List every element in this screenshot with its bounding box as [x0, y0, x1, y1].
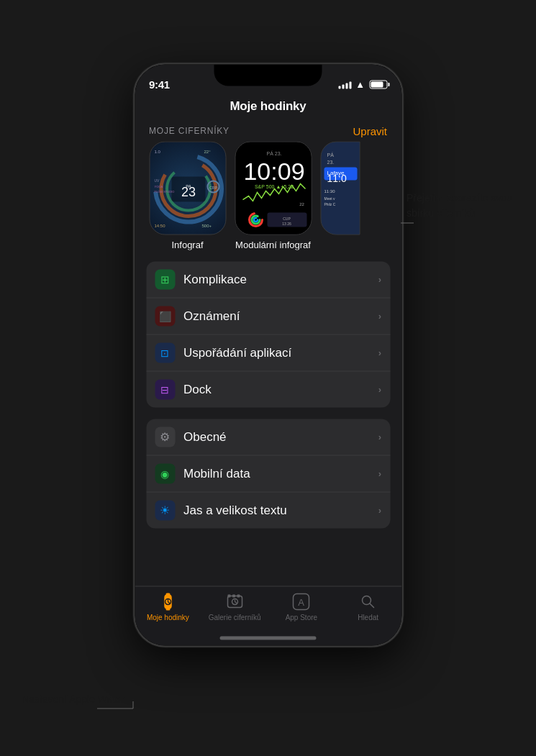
watch-face-infograf-image[interactable]: PA 23 1.0 22° 14:50 500+ UV YOGA FLOW [149, 141, 226, 234]
page-header: Moje hodinky [135, 96, 401, 119]
watch-face-modular-label: Modulární infograf [235, 239, 311, 250]
svg-text:CRP: CRP [209, 185, 217, 189]
tab-hledat[interactable]: Hledat [335, 592, 401, 621]
svg-text:PÁ: PÁ [327, 151, 334, 157]
svg-line-50 [235, 601, 236, 603]
usporadani-icon: ⊡ [155, 342, 175, 363]
svg-rect-40 [165, 608, 170, 610]
svg-line-54 [370, 604, 374, 608]
tab-hledat-icon [359, 592, 378, 611]
home-indicator [220, 636, 317, 639]
tab-galerie-icon [225, 592, 244, 611]
menu-label-komplikace: Komplikace [183, 272, 378, 286]
svg-text:500+: 500+ [201, 223, 212, 227]
tab-app-store[interactable]: A App Store [268, 592, 335, 621]
svg-text:1.0: 1.0 [154, 149, 160, 153]
menu-item-oznameni[interactable]: ⬛ Oznámení › [146, 298, 390, 334]
svg-text:UV: UV [154, 178, 160, 182]
svg-text:10:09: 10:09 [243, 157, 304, 184]
svg-text:11:30: 11:30 [324, 188, 335, 193]
menu-label-oznameni: Oznámení [183, 309, 378, 323]
menu-label-usporadani: Uspořádání aplikací [183, 345, 378, 360]
svg-text:CUP: CUP [283, 216, 291, 220]
svg-text:Meet v: Meet v [324, 196, 335, 200]
oznameni-icon: ⬛ [155, 306, 175, 326]
svg-text:23: 23 [181, 184, 195, 199]
tab-hledat-label: Hledat [358, 613, 378, 621]
tab-bar: Moje hodinky Galerie ciferníků [135, 586, 401, 645]
watch-faces-section-header: MOJE CIFERNÍKY Upravit [135, 119, 401, 141]
watch-face-partial-image[interactable]: PÁ 23. Lafaye 11:0 11:30 Meet v Philz C [320, 141, 360, 234]
svg-text:FLOW STUDIO: FLOW STUDIO [154, 189, 174, 193]
svg-text:23.: 23. [327, 159, 334, 164]
watch-face-infograf[interactable]: PA 23 1.0 22° 14:50 500+ UV YOGA FLOW [149, 141, 226, 250]
obecne-icon: ⚙ [155, 427, 175, 447]
menu-section-2: ⚙ Obecné › ◉ Mobilní data › ☀ Jas a [146, 419, 390, 528]
watch-face-modular[interactable]: PÁ 23. 10:09 S&P 500 ▲+5,22 [235, 141, 312, 250]
menu-label-obecne: Obecné [183, 429, 378, 444]
jas-icon: ☀ [155, 500, 175, 520]
mobilni-icon: ◉ [155, 463, 175, 483]
svg-text:13  26: 13 26 [282, 221, 291, 225]
tab-app-store-label: App Store [286, 613, 317, 621]
tab-galerie-label: Galerie ciferníků [209, 613, 261, 621]
scroll-content[interactable]: MOJE CIFERNÍKY Upravit [135, 119, 401, 621]
menu-item-obecne[interactable]: ⚙ Obecné › [146, 419, 390, 455]
svg-rect-39 [165, 593, 170, 595]
svg-text:YOGA: YOGA [154, 184, 163, 188]
svg-text:PÁ 23.: PÁ 23. [266, 150, 281, 155]
chevron-icon-usporadani: › [378, 347, 381, 358]
signal-bars-icon [338, 80, 351, 88]
notch [214, 64, 322, 86]
edit-button[interactable]: Upravit [353, 124, 387, 137]
svg-rect-47 [237, 594, 240, 597]
komplikace-icon: ⊞ [155, 269, 175, 289]
callout-bottom: Nastavení Apple Watch [22, 692, 151, 707]
tab-moje-hodinky[interactable]: Moje hodinky [135, 592, 201, 621]
menu-label-jas: Jas a velikost textu [183, 503, 378, 517]
status-time: 9:41 [149, 78, 170, 91]
chevron-icon-dock: › [378, 384, 381, 395]
tab-moje-hodinky-icon [158, 592, 177, 611]
menu-item-jas[interactable]: ☀ Jas a velikost textu › [146, 492, 390, 528]
tab-moje-hodinky-label: Moje hodinky [147, 613, 189, 621]
svg-text:11:0: 11:0 [327, 172, 346, 183]
tab-app-store-icon: A [292, 592, 311, 611]
watch-face-infograf-label: Infograf [171, 239, 203, 250]
chevron-icon-jas: › [378, 505, 381, 516]
menu-item-komplikace[interactable]: ⊞ Komplikace › [146, 261, 390, 298]
menu-label-dock: Dock [183, 382, 378, 396]
svg-text:22: 22 [299, 201, 304, 206]
watch-face-modular-image[interactable]: PÁ 23. 10:09 S&P 500 ▲+5,22 [235, 141, 312, 234]
chevron-icon-obecne: › [378, 432, 381, 442]
menu-label-mobilni: Mobilní data [183, 466, 378, 481]
chevron-icon-komplikace: › [378, 274, 381, 285]
menu-item-usporadani[interactable]: ⊡ Uspořádání aplikací › [146, 334, 390, 371]
section-label-faces: MOJE CIFERNÍKY [149, 126, 230, 136]
phone-frame: 9:41 ▲ Moje hodinky MOJE C [133, 63, 403, 647]
menu-item-dock[interactable]: ⊟ Dock › [146, 371, 390, 407]
page-title: Moje hodinky [230, 99, 306, 112]
wifi-icon: ▲ [355, 79, 365, 90]
watch-face-partial[interactable]: PÁ 23. Lafaye 11:0 11:30 Meet v Philz C [320, 141, 360, 250]
svg-text:14:50: 14:50 [154, 223, 165, 227]
phone-screen: 9:41 ▲ Moje hodinky MOJE C [135, 64, 401, 645]
svg-rect-45 [227, 594, 230, 597]
svg-text:22°: 22° [204, 149, 211, 153]
menu-section-1: ⊞ Komplikace › ⬛ Oznámení › ⊡ Uspoř [146, 261, 390, 407]
dock-icon: ⊟ [155, 379, 175, 399]
callout-right: Přejetím zobrazíte svou sbírku ciferníků [406, 191, 522, 221]
status-icons: ▲ [338, 79, 387, 90]
chevron-icon-mobilni: › [378, 468, 381, 479]
battery-icon [369, 80, 387, 88]
chevron-icon-oznameni: › [378, 311, 381, 322]
tab-galerie[interactable]: Galerie ciferníků [201, 592, 268, 621]
svg-text:Philz C: Philz C [324, 201, 335, 206]
watch-faces-row[interactable]: PA 23 1.0 22° 14:50 500+ UV YOGA FLOW [135, 141, 401, 250]
svg-rect-46 [232, 594, 235, 597]
svg-text:A: A [299, 596, 305, 607]
menu-item-mobilni[interactable]: ◉ Mobilní data › [146, 455, 390, 492]
svg-text:S&P 500 ▲+5,22: S&P 500 ▲+5,22 [254, 183, 293, 188]
